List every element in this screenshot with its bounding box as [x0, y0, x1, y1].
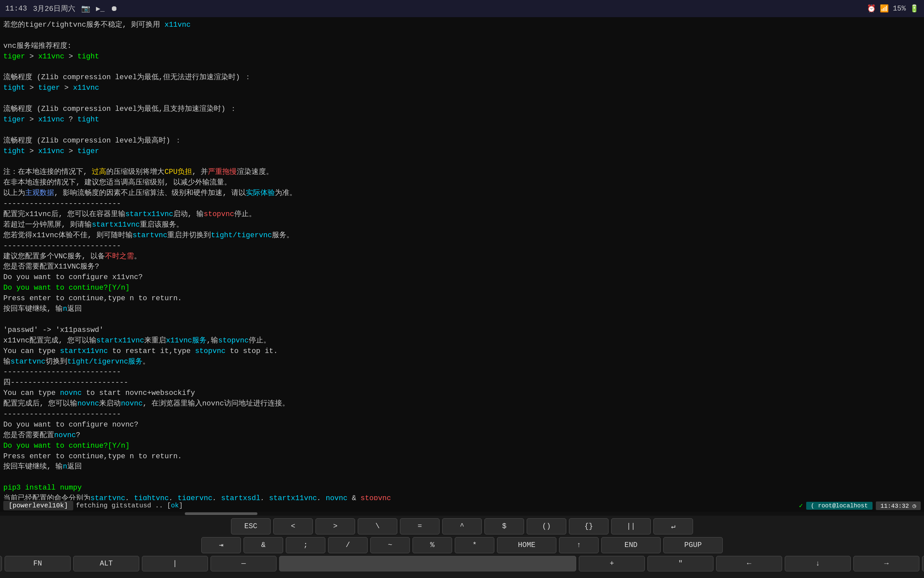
key-semicolon[interactable]: ; [286, 537, 325, 553]
keyboard-row-3: CTRL FN ALT | — + " ← ↓ → PGDN [6, 556, 918, 572]
terminal-line: --------------------------- [3, 199, 921, 209]
terminal-line: 流畅程度 (Zlib compression level为最低,且支持加速渲染时… [3, 104, 921, 114]
terminal-line: 配置完x11vnc后, 您可以在容器里输startx11vnc启动, 输stop… [3, 209, 921, 220]
scrollbar-area[interactable] [0, 512, 924, 516]
terminal-line: Do you want to configure novnc? [3, 420, 921, 430]
battery-percent: 15% [893, 5, 906, 13]
key-lt[interactable]: < [273, 518, 313, 534]
terminal-line [3, 157, 921, 167]
key-gt[interactable]: > [315, 518, 355, 534]
terminal-line: 四--------------------------- [3, 377, 921, 388]
time-display: 11:43 [5, 5, 27, 13]
key-braces[interactable]: {} [569, 518, 609, 534]
terminal-line: tiger > x11vnc > tight [3, 52, 921, 62]
keyboard-row-1: ESC < > \ = ^ $ () {} || ↵ [6, 518, 918, 534]
key-fn[interactable]: FN [5, 556, 71, 572]
terminal-line: 流畅程度 (Zlib compression level为最低,但无法进行加速渲… [3, 72, 921, 83]
alarm-icon: ⏰ [867, 4, 876, 13]
status-bar-right: ⏰ 📶 15% 🔋 [867, 4, 919, 13]
key-enter[interactable]: ↵ [653, 518, 693, 534]
prompt-line: [powerlevel10k] fetching gitstatusd .. [… [3, 501, 921, 510]
key-alt[interactable]: ALT [73, 556, 139, 572]
media-icon2: ⏺ [110, 4, 118, 13]
terminal-line [3, 472, 921, 483]
status-bar: 11:43 3月26日周六 📷 ▶_ ⏺ ⏰ 📶 15% 🔋 [0, 0, 924, 17]
key-asterisk[interactable]: * [455, 537, 494, 553]
terminal-line: 'passwd' -> 'x11passwd' [3, 325, 921, 336]
terminal-line: tight > x11vnc > tiger [3, 146, 921, 157]
key-down[interactable]: ↓ [785, 556, 851, 572]
terminal-line [3, 314, 921, 325]
key-caret[interactable]: ^ [442, 518, 482, 534]
key-pipe-double[interactable]: || [611, 518, 651, 534]
date-display: 3月26日周六 [33, 3, 75, 13]
key-backslash[interactable]: \ [358, 518, 397, 534]
wifi-icon: 📶 [880, 4, 889, 13]
terminal-line: tight > tiger > x11vnc [3, 83, 921, 93]
terminal-line: 流畅程度 (Zlib compression level为最高时) ： [3, 136, 921, 146]
key-esc[interactable]: ESC [231, 518, 271, 534]
terminal-line: --------------------------- [3, 409, 921, 420]
terminal-line: 按回车键继续, 输n返回 [3, 461, 921, 472]
terminal-line: --------------------------- [3, 241, 921, 252]
key-tilde[interactable]: ~ [370, 537, 410, 553]
key-up[interactable]: ↑ [559, 537, 599, 553]
terminal-line [3, 30, 921, 41]
terminal-line: 您若觉得x11vnc体验不佳, 则可随时输startvnc重启并切换到tight… [3, 230, 921, 241]
key-equals[interactable]: = [400, 518, 440, 534]
key-tab[interactable]: ⇥ [201, 537, 241, 553]
terminal-line: 您是否需要配置novnc? [3, 430, 921, 441]
key-ctrl[interactable]: CTRL [0, 556, 2, 572]
terminal-line: 您是否需要配置X11VNC服务? [3, 261, 921, 272]
terminal-line: 按回车键继续, 输n返回 [3, 304, 921, 314]
terminal-line: 注：在本地连接的情况下, 过高的压缩级别将增大CPU负担, 并严重拖慢渲染速度。 [3, 167, 921, 177]
terminal-line: 当前已经配置的命令分别为startvnc, tightvnc, tigervnc… [3, 493, 921, 500]
terminal-line: Do you want to configure x11vnc? [3, 272, 921, 283]
terminal-line [3, 93, 921, 104]
prompt-command: fetching gitstatusd .. [ok] [76, 502, 183, 509]
keyboard: ESC < > \ = ^ $ () {} || ↵ ⇥ & ; / ~ % *… [0, 516, 924, 578]
terminal-line: Press enter to continue,type n to return… [3, 293, 921, 304]
key-percent[interactable]: % [412, 537, 452, 553]
key-ampersand[interactable]: & [244, 537, 283, 553]
prompt-right: ✓ ( root@localhost 11:43:32 ◷ [799, 502, 921, 510]
terminal-line: 若您的tiger/tightvnc服务不稳定, 则可换用 x11vnc [3, 20, 921, 30]
scrollbar-thumb[interactable] [185, 512, 257, 515]
terminal-line: 建议您配置多个VNC服务, 以备不时之需。 [3, 252, 921, 262]
key-dollar[interactable]: $ [484, 518, 524, 534]
terminal-line: You can type novnc to start novnc+websoc… [3, 388, 921, 399]
time-prompt: 11:43:32 ◷ [876, 502, 921, 510]
keyboard-row-2: ⇥ & ; / ~ % * HOME ↑ END PGUP [6, 537, 918, 553]
key-pgup[interactable]: PGUP [663, 537, 723, 553]
key-space[interactable] [279, 556, 576, 572]
key-quote[interactable]: " [648, 556, 713, 572]
terminal-line: Press enter to continue,type n to return… [3, 451, 921, 462]
terminal-icon: ▶_ [96, 4, 105, 13]
key-right[interactable]: → [853, 556, 919, 572]
key-home[interactable]: HOME [497, 537, 556, 553]
terminal-line: 以上为主观数据, 影响流畅度的因素不止压缩算法、级别和硬件加速, 请以实际体验为… [3, 188, 921, 199]
terminal-line [3, 62, 921, 73]
key-end[interactable]: END [601, 537, 661, 553]
key-pipe[interactable]: | [142, 556, 208, 572]
terminal-area[interactable]: 若您的tiger/tightvnc服务不稳定, 则可换用 x11vnc vnc服… [0, 17, 924, 500]
terminal-line: x11vnc配置完成, 您可以输startx11vnc来重启x11vnc服务,输… [3, 336, 921, 346]
terminal-line: 输startvnc切换到tight/tigervnc服务。 [3, 357, 921, 367]
battery-icon: 🔋 [910, 4, 919, 13]
terminal-line: --------------------------- [3, 367, 921, 377]
key-slash[interactable]: / [328, 537, 368, 553]
prompt-area[interactable]: [powerlevel10k] fetching gitstatusd .. [… [0, 500, 924, 512]
prompt-bracket: [powerlevel10k] [3, 501, 73, 510]
key-parens[interactable]: () [527, 518, 566, 534]
key-pgdn[interactable]: PGDN [922, 556, 924, 572]
hostname-display: ( root@localhost [806, 502, 872, 510]
terminal-line: vnc服务端推荐程度: [3, 41, 921, 52]
terminal-line: You can type startx11vnc to restart it,t… [3, 346, 921, 357]
key-dash[interactable]: — [211, 556, 276, 572]
terminal-line: Do you want to continue?[Y/n] [3, 441, 921, 451]
key-left[interactable]: ← [716, 556, 782, 572]
terminal-line: 配置完成后, 您可以输novnc来启动novnc, 在浏览器里输入novnc访问… [3, 399, 921, 409]
media-icon: 📷 [81, 4, 90, 13]
key-plus[interactable]: + [579, 556, 645, 572]
prompt-checkmark: ✓ [799, 502, 803, 510]
